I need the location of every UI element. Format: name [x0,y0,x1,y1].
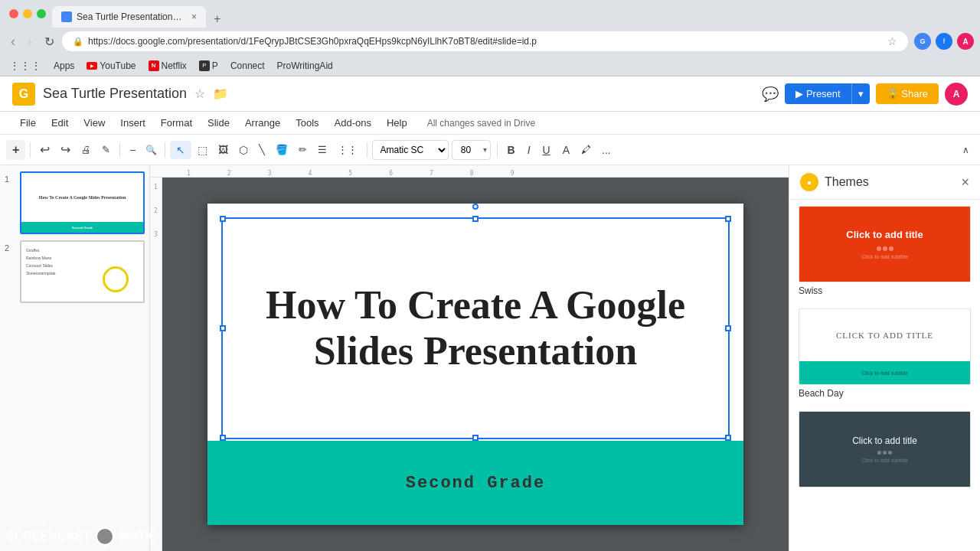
menu-slide[interactable]: Slide [200,114,237,132]
menu-format[interactable]: Format [153,114,200,132]
paint-format-button[interactable]: ✎ [97,141,115,158]
handle-bottom-center[interactable] [472,435,479,441]
text-color-tool[interactable]: ✏ [294,141,312,158]
handle-top-right[interactable] [725,216,731,222]
present-button[interactable]: ▶ Present [785,83,851,104]
maximize-button[interactable] [37,9,46,18]
themes-header: ● Themes × [789,165,980,200]
highlight-button[interactable]: 🖍 [577,141,596,158]
menu-file[interactable]: File [12,114,44,132]
menu-insert[interactable]: Insert [113,114,153,132]
tab-close-icon[interactable]: × [191,11,197,22]
bookmark-pixieset[interactable]: P P [199,60,218,71]
theme-dark-preview[interactable]: Click to add title Click to add subtitle [799,411,971,487]
theme-dark-item[interactable]: Click to add title Click to add subtitle [789,405,980,494]
comments-button[interactable]: 💬 [762,86,779,103]
back-button[interactable]: ‹ [6,32,20,51]
font-size-dropdown[interactable]: ▾ [480,145,490,154]
present-dropdown-button[interactable]: ▾ [851,83,870,104]
add-button[interactable]: + [6,140,25,160]
font-selector[interactable]: Amatic SC [372,140,449,160]
toolbar-divider-5 [497,142,498,158]
theme-beach-preview[interactable]: Click to add title Click to add subtitle [799,308,971,385]
share-button[interactable]: 🔒 Share [876,83,939,104]
folder-icon[interactable]: 📁 [213,86,228,101]
handle-bottom-left[interactable] [220,435,226,441]
zoom-level[interactable]: 🔍 [142,143,160,157]
slide-item-1[interactable]: 1 How To Create a Google Slides Presenta… [5,171,145,234]
handle-mid-right[interactable] [725,325,731,331]
bookmark-connect[interactable]: Connect [230,60,265,71]
italic-button[interactable]: I [522,141,536,159]
star-title-icon[interactable]: ☆ [194,86,205,101]
slide-canvas[interactable]: How To Create a Google Slides Presentati… [207,204,743,525]
canvas-wrapper[interactable]: How To Create a Google Slides Presentati… [162,178,789,551]
user-avatar[interactable]: A [945,83,968,106]
extension-icon-2[interactable]: f [936,33,952,50]
title-textbox[interactable]: How To Create a Google Slides Presentati… [221,217,730,439]
app-title[interactable]: Sea Turtle Presentation [43,86,187,102]
thumb-subtitle-1: Second Grade [72,226,93,230]
menu-edit[interactable]: Edit [44,114,76,132]
cursor-tool[interactable]: ↖ [170,141,191,159]
rotate-handle[interactable] [472,204,479,210]
minimize-button[interactable] [23,9,32,18]
slide-thumbnail-2[interactable]: Giraffes Rainbow Mane Carousel Slides Sk… [20,240,145,303]
slide-item-2[interactable]: 2 Giraffes Rainbow Mane Carousel Slides … [5,240,145,303]
handle-mid-left[interactable] [220,325,226,331]
theme-swiss-preview[interactable]: Click to add title Click to add subtitle [799,206,971,282]
thumb-bar-1: Second Grade [21,222,143,233]
select-shapes-tool[interactable]: ⬚ [193,141,212,159]
active-tab[interactable]: Sea Turtle Presentation - Goo... × [52,6,206,28]
shapes-tool[interactable]: ⬡ [234,141,253,159]
forward-button[interactable]: › [23,32,37,51]
font-size-input[interactable] [452,145,480,155]
slide-bottom-bar[interactable]: Second Grade [207,441,743,525]
apps-icon[interactable]: ⋮⋮⋮ [9,60,41,72]
more-options-button[interactable]: ... [597,141,616,159]
thumb-lines-2: Giraffes Rainbow Mane Carousel Slides Sk… [26,246,139,277]
theme-beach-item[interactable]: Click to add title Click to add subtitle… [789,302,980,405]
close-themes-button[interactable]: × [961,174,969,191]
line-tool[interactable]: ╲ [254,141,270,158]
header-actions: 💬 ▶ Present ▾ 🔒 Share A [762,83,968,106]
theme-swiss-item[interactable]: Click to add title Click to add subtitle… [789,200,980,302]
more-tool[interactable]: ⋮⋮ [333,141,362,158]
new-tab-button[interactable]: + [207,11,227,28]
handle-top-left[interactable] [220,216,226,222]
bookmark-netflix[interactable]: N Netflix [149,60,187,71]
star-icon[interactable]: ☆ [887,35,897,47]
bookmark-youtube[interactable]: ▶ YouTube [87,60,136,71]
align-tool[interactable]: ☰ [313,141,332,158]
menu-help[interactable]: Help [379,114,415,132]
menu-addons[interactable]: Add-ons [327,114,379,132]
slide-thumbnail-1[interactable]: How To Create a Google Slides Presentati… [20,171,145,234]
collapse-toolbar-button[interactable]: ∧ [958,142,974,158]
refresh-button[interactable]: ↻ [40,33,59,51]
bookmark-apps[interactable]: Apps [54,60,74,71]
fill-color[interactable]: 🪣 [271,141,292,158]
theme-swiss-subtitle: Click to add subtitle [861,254,908,259]
menu-tools[interactable]: Tools [288,114,326,132]
text-color-button[interactable]: A [557,141,575,159]
image-tool[interactable]: 🖼 [214,141,233,158]
handle-bottom-right[interactable] [725,435,731,441]
font-size-container: ▾ [452,140,491,160]
slides-panel: 1 How To Create a Google Slides Presenta… [0,165,150,551]
bold-button[interactable]: B [502,141,521,159]
handle-top-center[interactable] [472,216,479,222]
toolbar-divider-2 [119,142,120,158]
redo-button[interactable]: ↪ [56,139,75,160]
address-bar[interactable]: 🔒 https://docs.google.com/presentation/d… [62,31,908,51]
bookmark-prowritingaid[interactable]: ProWritingAid [277,60,333,71]
close-button[interactable] [9,9,18,18]
zoom-out-button[interactable]: − [125,141,140,159]
extension-icon-1[interactable]: G [914,33,931,50]
menu-arrange[interactable]: Arrange [237,114,288,132]
underline-button[interactable]: U [537,141,556,159]
user-avatar-browser[interactable]: A [957,33,974,50]
print-button[interactable]: 🖨 [77,141,96,158]
undo-button[interactable]: ↩ [35,139,54,160]
browser-chrome: Sea Turtle Presentation - Goo... × + [0,0,980,28]
menu-view[interactable]: View [76,114,113,132]
